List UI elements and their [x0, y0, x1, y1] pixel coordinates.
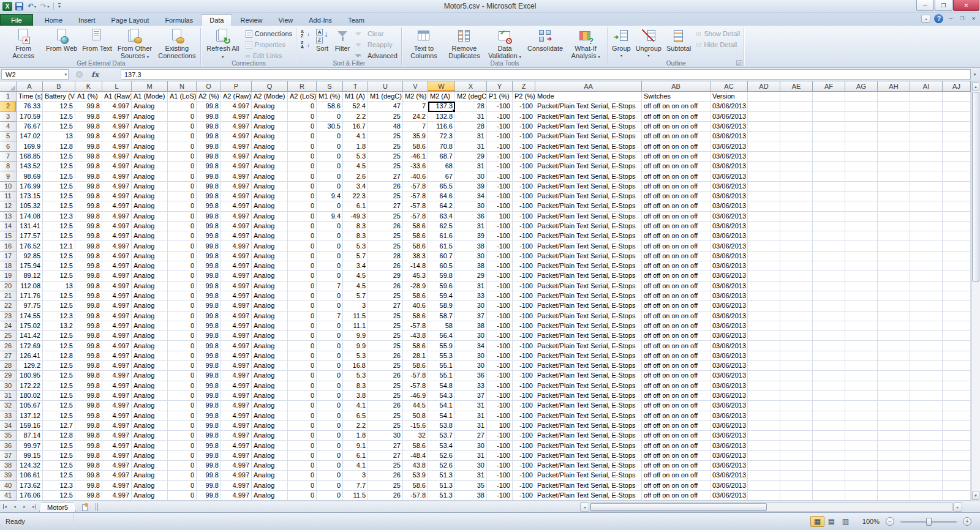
cell[interactable] — [748, 361, 780, 371]
cell[interactable]: off off on on on off — [642, 431, 710, 441]
cell[interactable]: 100 — [487, 421, 513, 431]
cell[interactable]: 1.8 — [343, 141, 368, 151]
cell[interactable]: Packet/Plain Text Serial, E-Stops — [535, 271, 642, 281]
cell[interactable]: 4.997 — [221, 341, 252, 351]
cell[interactable]: 0 — [288, 182, 317, 192]
cell[interactable] — [943, 471, 971, 480]
cell[interactable]: Analog — [252, 171, 288, 181]
cell[interactable] — [943, 241, 971, 251]
cell[interactable]: -100 — [513, 401, 535, 411]
row-header[interactable]: 34 — [0, 421, 17, 431]
from-text-button[interactable]: From Text — [80, 27, 115, 52]
cell[interactable]: 59.8 — [428, 271, 455, 281]
cell[interactable]: 0 — [317, 491, 343, 501]
cell[interactable]: Packet/Plain Text Serial, E-Stops — [535, 282, 642, 291]
cell[interactable]: -100 — [513, 261, 535, 271]
cell[interactable] — [845, 411, 878, 421]
close-button[interactable]: ✕ — [953, 0, 979, 11]
cell[interactable]: 9.4 — [317, 212, 343, 222]
cell[interactable]: 29 — [368, 271, 403, 281]
cell[interactable]: 4.997 — [102, 361, 132, 371]
row-header[interactable]: 18 — [0, 261, 17, 271]
page-break-preview-button[interactable]: ▥ — [839, 516, 853, 527]
cell[interactable] — [845, 481, 878, 491]
cell[interactable] — [845, 381, 878, 391]
cell[interactable]: 99.8 — [197, 132, 221, 141]
cell[interactable] — [813, 411, 845, 421]
cell[interactable] — [813, 222, 845, 231]
cell[interactable]: -100 — [513, 351, 535, 361]
column-header-T[interactable]: T — [343, 81, 368, 92]
cell[interactable]: 99.8 — [197, 222, 221, 231]
cell[interactable]: -57.8 — [403, 491, 428, 501]
cell[interactable] — [748, 252, 780, 261]
cell[interactable]: 4.997 — [102, 301, 132, 311]
cell[interactable]: A1 (Raw) — [102, 92, 132, 102]
cell[interactable]: 51.3 — [428, 481, 455, 491]
cell[interactable]: 58.6 — [403, 341, 428, 351]
zoom-out-button[interactable]: − — [886, 517, 894, 526]
cell[interactable]: 99.8 — [75, 112, 102, 122]
cell[interactable]: 0 — [317, 132, 343, 141]
cell[interactable] — [878, 252, 910, 261]
cell[interactable]: 33 — [455, 291, 487, 301]
cell[interactable]: 99.8 — [75, 331, 102, 341]
cell[interactable]: -100 — [487, 112, 513, 122]
cell[interactable]: 99.8 — [197, 351, 221, 361]
cell[interactable]: off off on on on off — [642, 331, 710, 341]
column-header-N[interactable]: N — [168, 81, 197, 92]
cell[interactable]: Version — [710, 92, 748, 102]
cell[interactable] — [845, 222, 878, 231]
cell[interactable]: Analog — [132, 341, 168, 351]
row-header[interactable]: 9 — [0, 171, 17, 181]
cell[interactable]: 0 — [317, 201, 343, 211]
cell[interactable]: 4.997 — [102, 481, 132, 491]
cell[interactable]: 0 — [317, 162, 343, 171]
restore-button[interactable]: ❐ — [935, 0, 952, 11]
cell[interactable]: 99.8 — [75, 122, 102, 132]
cell[interactable]: 12.3 — [43, 312, 75, 321]
cell[interactable]: 37 — [455, 391, 487, 401]
cell[interactable]: 0 — [168, 461, 197, 471]
cell[interactable]: -100 — [513, 471, 535, 480]
column-header-AI[interactable]: AI — [910, 81, 943, 92]
cell[interactable] — [813, 431, 845, 441]
column-header-Q[interactable]: Q — [252, 81, 288, 92]
cell[interactable]: 0 — [288, 102, 317, 111]
cell[interactable]: 0 — [288, 461, 317, 471]
minimize-ribbon-button[interactable]: ▴ — [921, 15, 930, 23]
cell[interactable]: 03/06/2013 — [710, 231, 748, 241]
cell[interactable]: 30 — [455, 461, 487, 471]
cell[interactable]: 4.997 — [221, 282, 252, 291]
cell[interactable]: 99.8 — [197, 391, 221, 401]
cell[interactable]: 31 — [455, 132, 487, 141]
cell[interactable]: 0 — [288, 371, 317, 381]
cell[interactable]: 0 — [168, 171, 197, 181]
cell[interactable]: Analog — [252, 321, 288, 331]
cell[interactable]: Analog — [252, 451, 288, 461]
cell[interactable]: 31 — [455, 222, 487, 231]
cell[interactable]: 99.8 — [75, 201, 102, 211]
cell[interactable]: 99.8 — [197, 102, 221, 111]
row-header[interactable]: 6 — [0, 141, 17, 151]
cell[interactable] — [910, 231, 943, 241]
cell[interactable] — [943, 401, 971, 411]
cell[interactable] — [845, 241, 878, 251]
cell[interactable]: 99.8 — [75, 162, 102, 171]
cell[interactable]: 168.85 — [17, 152, 43, 162]
cell[interactable]: Analog — [252, 431, 288, 441]
cell[interactable] — [878, 381, 910, 391]
cell[interactable]: 4.997 — [221, 261, 252, 271]
cell[interactable]: Packet/Plain Text Serial, E-Stops — [535, 491, 642, 501]
ribbon-tab-view[interactable]: View — [271, 15, 301, 26]
cell[interactable]: off off on on on off — [642, 461, 710, 471]
cell[interactable]: Analog — [252, 152, 288, 162]
cell[interactable]: 159.16 — [17, 421, 43, 431]
cell[interactable]: off off on on on off — [642, 361, 710, 371]
cell[interactable]: A1 (LoS) — [168, 92, 197, 102]
cell[interactable]: 99.8 — [197, 381, 221, 391]
column-header-L[interactable]: L — [102, 81, 132, 92]
cell[interactable] — [780, 92, 813, 102]
cell[interactable]: -100 — [487, 411, 513, 421]
cell[interactable]: 63.4 — [428, 212, 455, 222]
